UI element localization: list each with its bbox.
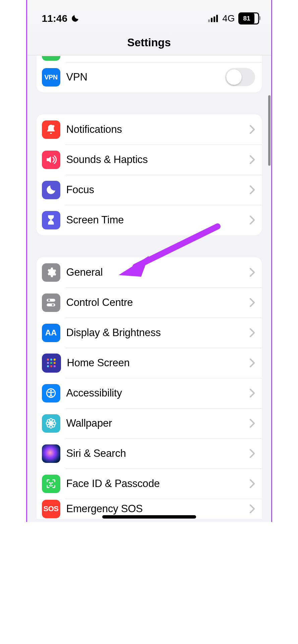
status-left: 11:46: [42, 13, 80, 24]
home-indicator[interactable]: [102, 515, 196, 519]
chevron-right-icon: [250, 216, 255, 224]
svg-point-6: [48, 299, 50, 301]
moon-icon: [42, 181, 60, 199]
svg-point-20: [50, 422, 52, 424]
chevron-right-icon: [250, 479, 255, 488]
row-control-centre[interactable]: Control Centre: [37, 287, 262, 318]
bell-icon: [42, 120, 60, 139]
app-grid-icon: [42, 354, 61, 373]
settings-screen: 11:46 4G 81: [27, 0, 271, 522]
svg-rect-15: [47, 365, 49, 367]
status-right: 4G 81: [208, 12, 259, 24]
group-alerts: Notifications Sounds & Haptics Focus: [37, 114, 262, 235]
svg-point-19: [50, 390, 52, 391]
row-notifications[interactable]: Notifications: [37, 114, 262, 145]
row-wallpaper[interactable]: Wallpaper: [37, 408, 262, 438]
row-label: Focus: [66, 184, 250, 196]
row-home-screen[interactable]: Home Screen: [37, 348, 262, 378]
row-label: Control Centre: [66, 297, 250, 309]
svg-rect-9: [47, 359, 49, 361]
row-label: Accessibility: [66, 387, 250, 399]
group-network: VPN VPN: [37, 55, 262, 92]
row-accessibility[interactable]: Accessibility: [37, 378, 262, 408]
row-label: VPN: [66, 71, 225, 83]
svg-rect-17: [54, 365, 56, 367]
row-label: Emergency SOS: [66, 503, 250, 515]
battery-percent: 81: [243, 15, 250, 22]
svg-point-4: [52, 125, 55, 127]
chevron-right-icon: [250, 359, 255, 367]
status-time: 11:46: [42, 13, 68, 24]
chevron-right-icon: [250, 298, 255, 307]
row-label: General: [66, 266, 250, 278]
siri-icon: [42, 444, 60, 463]
row-label: Screen Time: [66, 214, 250, 226]
svg-rect-14: [54, 362, 56, 364]
row-label: Home Screen: [67, 357, 250, 369]
svg-rect-11: [54, 359, 56, 361]
svg-rect-16: [50, 365, 52, 367]
header: 11:46 4G 81: [27, 0, 271, 55]
chevron-right-icon: [250, 389, 255, 397]
switches-icon: [42, 293, 60, 312]
group-general: General Control Centre AA Display & Brig…: [37, 257, 262, 519]
page-title: Settings: [27, 36, 271, 49]
chevron-right-icon: [250, 268, 255, 277]
status-bar: 11:46 4G 81: [27, 0, 271, 28]
svg-rect-7: [47, 304, 55, 307]
vpn-icon: VPN: [42, 68, 60, 87]
svg-rect-13: [50, 362, 52, 364]
accessibility-icon: [42, 384, 60, 402]
row-label: Sounds & Haptics: [66, 154, 250, 166]
speaker-icon: [42, 151, 60, 169]
dnd-moon-icon: [71, 14, 79, 23]
row-display[interactable]: AA Display & Brightness: [37, 318, 262, 348]
network-type: 4G: [222, 13, 235, 24]
sos-icon: SOS: [42, 500, 60, 518]
row-general[interactable]: General: [37, 257, 262, 287]
truncated-icon: [42, 56, 60, 61]
row-label: Notifications: [66, 123, 250, 136]
text-size-icon: AA: [42, 324, 60, 342]
chevron-right-icon: [250, 504, 255, 513]
gear-icon: [42, 263, 60, 282]
svg-rect-3: [216, 15, 218, 22]
row-face-id[interactable]: Face ID & Passcode: [37, 469, 262, 499]
svg-rect-1: [211, 18, 213, 22]
scrollbar[interactable]: [268, 95, 271, 166]
chevron-right-icon: [250, 419, 255, 428]
chevron-right-icon: [250, 449, 255, 458]
chevron-right-icon: [250, 328, 255, 337]
row-label: Face ID & Passcode: [66, 478, 250, 490]
row-label: Siri & Search: [66, 447, 250, 460]
row-sounds[interactable]: Sounds & Haptics: [37, 145, 262, 175]
row-siri[interactable]: Siri & Search: [37, 438, 262, 469]
svg-rect-10: [50, 359, 52, 361]
svg-point-8: [52, 304, 54, 306]
svg-point-29: [49, 482, 50, 483]
battery-icon: 81: [238, 12, 259, 24]
cellular-signal-icon: [208, 15, 219, 22]
svg-rect-5: [47, 299, 55, 302]
row-truncated[interactable]: [37, 55, 262, 62]
row-screen-time[interactable]: Screen Time: [37, 205, 262, 235]
vpn-toggle[interactable]: [225, 68, 255, 86]
chevron-right-icon: [250, 185, 255, 194]
svg-rect-2: [214, 16, 215, 22]
row-focus[interactable]: Focus: [37, 175, 262, 205]
svg-point-30: [52, 482, 53, 483]
row-label: Display & Brightness: [66, 327, 250, 339]
row-label: Wallpaper: [66, 417, 250, 429]
face-id-icon: [42, 475, 60, 493]
hourglass-icon: [42, 211, 60, 229]
flower-icon: [42, 414, 60, 433]
row-vpn[interactable]: VPN VPN: [37, 62, 262, 92]
svg-rect-0: [208, 19, 210, 22]
settings-list[interactable]: VPN VPN Notifications Sounds & Haptics: [27, 55, 271, 519]
chevron-right-icon: [250, 155, 255, 164]
svg-rect-12: [47, 362, 49, 364]
chevron-right-icon: [250, 125, 255, 134]
